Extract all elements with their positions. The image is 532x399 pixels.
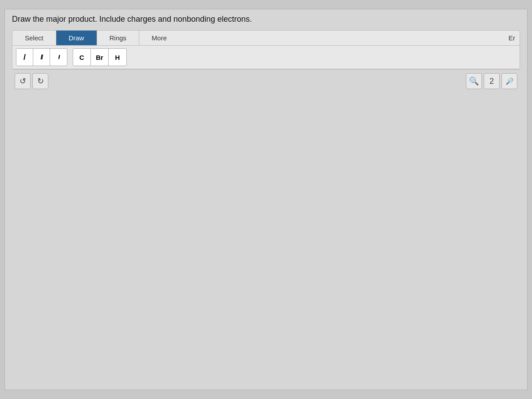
zoom-group: 🔍 2 🔎 xyxy=(466,73,517,89)
tab-select[interactable]: Select xyxy=(12,31,56,45)
main-container: Draw the major product. Include charges … xyxy=(4,9,528,390)
instruction-text: Draw the major product. Include charges … xyxy=(12,15,520,24)
single-bond-icon: / xyxy=(23,53,26,62)
bottom-bar: ↺ ↻ 🔍 2 🔎 xyxy=(12,70,520,93)
redo-button[interactable]: ↻ xyxy=(32,73,48,89)
single-bond-button[interactable]: / xyxy=(16,49,33,66)
toolbar-bottom: / // /// C Br H xyxy=(12,46,520,69)
tab-rings[interactable]: Rings xyxy=(97,31,139,45)
atom-group: C Br H xyxy=(73,48,127,66)
er-label: Er xyxy=(504,31,520,45)
bromine-atom-button[interactable]: Br xyxy=(91,49,109,66)
carbon-atom-button[interactable]: C xyxy=(73,49,91,66)
undo-redo-group: ↺ ↻ xyxy=(15,73,48,89)
bond-group: / // /// xyxy=(16,48,67,66)
double-bond-button[interactable]: // xyxy=(33,49,50,66)
zoom-in-icon: 🔍 xyxy=(469,76,479,86)
zoom-reset-button[interactable]: 2 xyxy=(484,73,500,89)
hydrogen-atom-button[interactable]: H xyxy=(109,49,126,66)
zoom-in-button[interactable]: 🔍 xyxy=(466,73,482,89)
tab-draw[interactable]: Draw xyxy=(56,31,97,45)
toolbar-tabs: Select Draw Rings More Er xyxy=(12,31,520,46)
zoom-out-icon: 🔎 xyxy=(506,78,513,85)
double-bond-icon: // xyxy=(41,54,43,61)
triple-bond-icon: /// xyxy=(58,54,59,60)
triple-bond-button[interactable]: /// xyxy=(50,49,67,66)
tab-more[interactable]: More xyxy=(139,31,179,45)
tool-panel: Select Draw Rings More Er / // /// C B xyxy=(12,30,520,70)
undo-button[interactable]: ↺ xyxy=(15,73,31,89)
zoom-out-button[interactable]: 🔎 xyxy=(501,73,517,89)
